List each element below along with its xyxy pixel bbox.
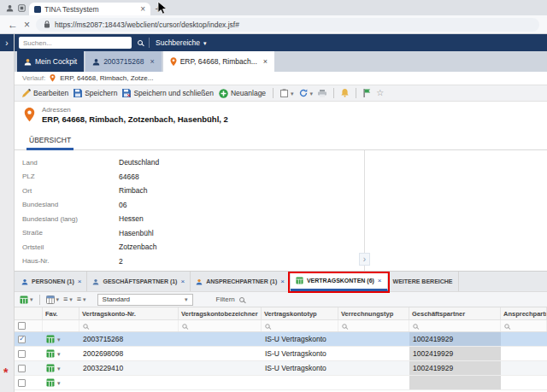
app-tab-erp-rimbach[interactable]: ERP, 64668, Rimbach... × bbox=[163, 51, 274, 72]
stop-button[interactable]: × bbox=[24, 20, 30, 30]
fav-table-icon[interactable] bbox=[46, 335, 55, 343]
workspaces-icon[interactable] bbox=[18, 4, 26, 12]
cell-vertragskonto-nr: 2003715268 bbox=[79, 332, 179, 346]
section-tab-personen[interactable]: PERSONEN (1) × bbox=[16, 272, 87, 291]
history-label: Verlauf: bbox=[22, 74, 45, 82]
view-menu-button[interactable]: ≡ ▾ bbox=[63, 295, 73, 303]
form-field-row: Bundesland 06 bbox=[15, 198, 364, 213]
paste-button[interactable]: ▾ bbox=[280, 89, 294, 97]
profile-icon[interactable] bbox=[6, 4, 14, 12]
header-vertragskontobezeichner[interactable]: Vertragskontobezeichner bbox=[179, 307, 262, 319]
search-areas-dropdown[interactable]: Suchbereiche ▾ bbox=[156, 38, 207, 47]
fav-dropdown-icon[interactable]: ▾ bbox=[57, 366, 61, 372]
refresh-button[interactable]: ▾ bbox=[299, 89, 314, 97]
fav-table-icon[interactable] bbox=[46, 364, 55, 372]
fav-dropdown-icon[interactable]: ▾ bbox=[57, 380, 61, 386]
browser-tab[interactable]: TINA Testsystem × bbox=[29, 3, 150, 15]
view-selector[interactable]: Standard ▾ bbox=[97, 294, 193, 306]
section-tab-weitere-bereiche[interactable]: WEITERE BEREICHE bbox=[388, 272, 459, 291]
field-label: Ort bbox=[22, 187, 119, 195]
cell-verrechnungstyp bbox=[338, 361, 409, 375]
header-vertragskonto-nr[interactable]: Vertragskonto-Nr. bbox=[79, 307, 179, 319]
app-tab-mein-cockpit[interactable]: Mein Cockpit bbox=[17, 51, 84, 72]
cell-geschaeftspartner: 1002419929 bbox=[409, 332, 501, 346]
row-checkbox[interactable] bbox=[18, 365, 26, 372]
column-filter-icon[interactable] bbox=[342, 324, 346, 328]
fav-dropdown-icon[interactable]: ▾ bbox=[57, 351, 61, 357]
print-button[interactable] bbox=[318, 90, 326, 97]
sidebar-expand-button[interactable]: › bbox=[0, 34, 14, 51]
app-tab-bar: Mein Cockpit 2003715268 × ERP, 64668, Ri… bbox=[15, 51, 547, 72]
row-checkbox[interactable]: ✓ bbox=[18, 336, 26, 343]
panel-splitter-handle[interactable]: › bbox=[359, 253, 370, 266]
section-tab-geschaeftspartner[interactable]: GESCHÄFTSPARTNER (1) × bbox=[87, 272, 191, 291]
person-icon bbox=[196, 278, 203, 285]
section-tab-ansprechpartner[interactable]: ANSPRECHPARTNER (1) × bbox=[191, 272, 291, 291]
create-button[interactable]: Neuanlage bbox=[219, 89, 266, 98]
column-filter-icon[interactable] bbox=[413, 324, 417, 328]
column-filter-icon[interactable] bbox=[265, 324, 269, 328]
edit-button[interactable]: Bearbeiten bbox=[22, 89, 68, 97]
header-vertragskontotyp[interactable]: Vertragskontotyp bbox=[262, 307, 338, 319]
history-entry[interactable]: ERP, 64668, Rimbach, Zotze... bbox=[60, 74, 153, 82]
close-icon[interactable]: × bbox=[78, 278, 82, 285]
app-tab-2003715268[interactable]: 2003715268 × bbox=[85, 51, 162, 72]
table-row[interactable]: ▾ bbox=[15, 376, 547, 390]
close-icon[interactable]: × bbox=[378, 277, 382, 284]
table-row[interactable]: ▾ 2002698098 IS-U Vertragskonto 10024199… bbox=[15, 347, 547, 361]
field-value: 06 bbox=[119, 201, 126, 209]
back-button[interactable]: ← bbox=[8, 20, 18, 30]
person-icon bbox=[92, 278, 99, 285]
close-icon[interactable]: × bbox=[180, 278, 185, 285]
cell-ansprechpartner bbox=[501, 347, 547, 360]
record-title: ERP, 64668, Rimbach, Zotzenbach, Hasenbü… bbox=[42, 114, 228, 124]
tab-uebersicht[interactable]: ÜBERSICHT bbox=[26, 136, 74, 150]
header-ansprechpartner[interactable]: Ansprechpartner bbox=[501, 307, 547, 319]
column-filter-icon[interactable] bbox=[182, 324, 186, 328]
chevron-down-icon: ▾ bbox=[310, 91, 314, 97]
columns-button[interactable]: ▾ bbox=[46, 295, 60, 304]
column-filter-icon[interactable] bbox=[83, 324, 87, 328]
section-tab-vertragskonten[interactable]: VERTRAGSKONTEN (6) × bbox=[291, 272, 388, 291]
tab-close-icon[interactable]: × bbox=[140, 5, 145, 14]
divider bbox=[333, 88, 334, 98]
form-field-row: Bundesland (lang) Hessen bbox=[15, 212, 364, 226]
field-value: Hessen bbox=[119, 214, 144, 223]
person-icon bbox=[24, 58, 32, 66]
address-bar[interactable]: https://ms2087:18443/webclient/cursor/de… bbox=[36, 18, 539, 32]
select-all-checkbox[interactable] bbox=[18, 322, 26, 330]
save-and-close-button[interactable]: Speichern und schließen bbox=[122, 89, 214, 97]
save-button[interactable]: Speichern bbox=[74, 89, 117, 97]
table-icon bbox=[296, 277, 303, 284]
address-form: Land Deutschland PLZ 64668 Ort Rimbach B… bbox=[15, 150, 365, 271]
search-icon[interactable] bbox=[138, 40, 143, 45]
reminder-button[interactable] bbox=[341, 89, 349, 97]
favorite-button[interactable]: ☆ bbox=[376, 89, 384, 97]
close-icon[interactable]: × bbox=[280, 278, 285, 285]
row-checkbox[interactable] bbox=[18, 350, 26, 358]
header-verrechnungstyp[interactable]: Verrechnungstyp bbox=[338, 307, 409, 319]
fav-table-icon[interactable] bbox=[46, 378, 55, 387]
layout-menu-button[interactable]: ≡ ▾ bbox=[77, 295, 86, 303]
close-icon[interactable]: × bbox=[150, 57, 154, 66]
list-icon: ≡ bbox=[77, 295, 81, 303]
table-row[interactable]: ✓ ▾ 2003715268 IS-U Vertragskonto 100241… bbox=[15, 332, 547, 347]
fav-dropdown-icon[interactable]: ▾ bbox=[57, 336, 61, 342]
header-geschaeftspartner[interactable]: Geschäftspartner bbox=[409, 307, 501, 319]
table-row[interactable]: ▾ 2003229410 IS-U Vertragskonto 10024199… bbox=[15, 361, 547, 376]
global-search-input[interactable] bbox=[19, 37, 132, 49]
star-icon: ☆ bbox=[376, 89, 384, 97]
refresh-icon bbox=[299, 89, 308, 97]
table-menu-button[interactable]: ▾ bbox=[20, 295, 33, 304]
filter-search-icon[interactable] bbox=[239, 297, 244, 302]
clipboard-icon bbox=[280, 89, 288, 97]
fav-table-icon[interactable] bbox=[46, 349, 55, 358]
close-icon[interactable]: × bbox=[263, 57, 268, 66]
row-checkbox[interactable] bbox=[18, 379, 26, 387]
column-filter-icon[interactable] bbox=[504, 324, 509, 328]
filter-label: Filtern bbox=[216, 295, 235, 303]
favorites-marker-icon[interactable]: * bbox=[3, 366, 8, 379]
field-label: Bundesland (lang) bbox=[22, 215, 119, 223]
header-fav[interactable]: Fav. bbox=[43, 307, 79, 319]
flag-button[interactable] bbox=[363, 89, 371, 97]
